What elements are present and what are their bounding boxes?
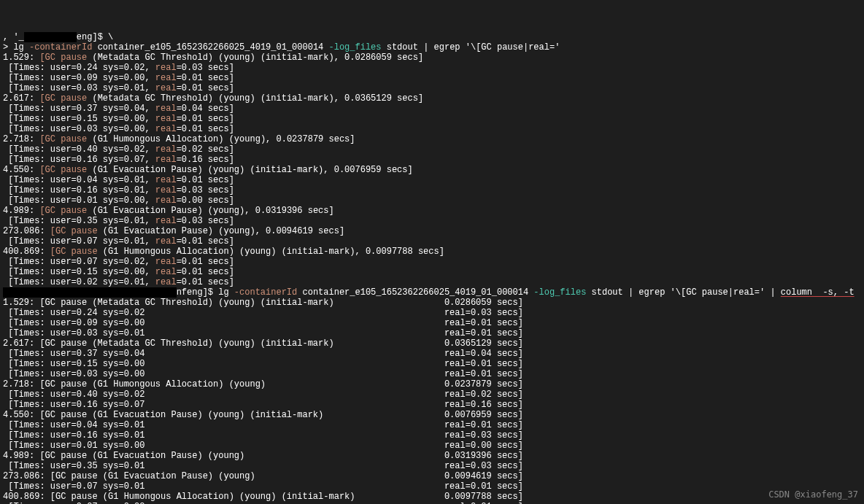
watermark: CSDN @xiaofeng_37: [768, 489, 858, 500]
gc-times-line: [Times: user=0.15 sys=0.00 real=0.01 sec…: [3, 359, 861, 369]
gc-pause-line: 400.869: [GC pause (G1 Humongous Allocat…: [3, 492, 861, 502]
gc-times-line: [Times: user=0.40 sys=0.02 real=0.02 sec…: [3, 389, 861, 400]
gc-pause-line: 4.550: [GC pause (G1 Evacuation Pause) (…: [3, 410, 861, 420]
command-line[interactable]: > lg -containerId container_e105_1652362…: [3, 42, 861, 53]
gc-times-line: [Times: user=0.04 sys=0.01 real=0.01 sec…: [3, 420, 861, 430]
prompt-line[interactable]: , '_ eng]$ \: [3, 32, 861, 42]
gc-times-line: [Times: user=0.02 sys=0.01, real=0.01 se…: [3, 277, 861, 287]
gc-times-line: [Times: user=0.15 sys=0.00, real=0.01 se…: [3, 267, 861, 277]
gc-times-line: [Times: user=0.16 sys=0.01 real=0.03 sec…: [3, 430, 861, 441]
gc-pause-line: 4.550: [GC pause (G1 Evacuation Pause) (…: [3, 165, 861, 175]
command-line[interactable]: nfeng]$ lg -containerId container_e105_1…: [3, 287, 861, 298]
gc-times-line: [Times: user=0.24 sys=0.02, real=0.03 se…: [3, 63, 861, 73]
terminal-output[interactable]: , '_ eng]$ \> lg -containerId container_…: [0, 31, 864, 504]
gc-times-line: [Times: user=0.16 sys=0.07, real=0.16 se…: [3, 155, 861, 165]
gc-times-line: [Times: user=0.37 sys=0.04, real=0.04 se…: [3, 104, 861, 114]
gc-times-line: [Times: user=0.07 sys=0.01, real=0.01 se…: [3, 236, 861, 247]
gc-pause-line: 273.086: [GC pause (G1 Evacuation Pause)…: [3, 226, 861, 236]
gc-times-line: [Times: user=0.09 sys=0.00 real=0.01 sec…: [3, 318, 861, 328]
gc-pause-line: 273.086: [GC pause (G1 Evacuation Pause)…: [3, 471, 861, 481]
redacted-host: [3, 287, 177, 298]
gc-times-line: [Times: user=0.03 sys=0.00, real=0.01 se…: [3, 124, 861, 134]
gc-times-line: [Times: user=0.37 sys=0.04 real=0.04 sec…: [3, 349, 861, 359]
gc-times-line: [Times: user=0.04 sys=0.01, real=0.01 se…: [3, 175, 861, 185]
gc-times-line: [Times: user=0.35 sys=0.01, real=0.03 se…: [3, 216, 861, 226]
gc-times-line: [Times: user=0.40 sys=0.02, real=0.02 se…: [3, 144, 861, 155]
gc-times-line: [Times: user=0.03 sys=0.01, real=0.01 se…: [3, 83, 861, 93]
gc-times-line: [Times: user=0.24 sys=0.02 real=0.03 sec…: [3, 308, 861, 318]
gc-pause-line: 2.617: [GC pause (Metadata GC Threshold)…: [3, 338, 861, 349]
gc-pause-line: 2.617: [GC pause (Metadata GC Threshold)…: [3, 93, 861, 104]
redacted-host: [24, 32, 77, 42]
gc-pause-line: 2.718: [GC pause (G1 Humongous Allocatio…: [3, 379, 861, 389]
gc-pause-line: 4.989: [GC pause (G1 Evacuation Pause) (…: [3, 451, 861, 461]
gc-times-line: [Times: user=0.03 sys=0.01 real=0.01 sec…: [3, 328, 861, 338]
gc-times-line: [Times: user=0.15 sys=0.00, real=0.01 se…: [3, 114, 861, 124]
gc-times-line: [Times: user=0.07 sys=0.01 real=0.01 sec…: [3, 481, 861, 492]
gc-times-line: [Times: user=0.01 sys=0.00 real=0.00 sec…: [3, 441, 861, 451]
gc-times-line: [Times: user=0.35 sys=0.01 real=0.03 sec…: [3, 461, 861, 471]
gc-pause-line: 400.869: [GC pause (G1 Humongous Allocat…: [3, 247, 861, 257]
gc-pause-line: 1.529: [GC pause (Metadata GC Threshold)…: [3, 53, 861, 63]
gc-pause-line: 2.718: [GC pause (G1 Humongous Allocatio…: [3, 134, 861, 144]
gc-times-line: [Times: user=0.07 sys=0.02, real=0.01 se…: [3, 257, 861, 267]
gc-times-line: [Times: user=0.09 sys=0.00, real=0.01 se…: [3, 73, 861, 83]
gc-times-line: [Times: user=0.16 sys=0.07 real=0.16 sec…: [3, 400, 861, 410]
gc-times-line: [Times: user=0.16 sys=0.01, real=0.03 se…: [3, 185, 861, 195]
gc-pause-line: 1.529: [GC pause (Metadata GC Threshold)…: [3, 298, 861, 308]
gc-times-line: [Times: user=0.01 sys=0.00, real=0.00 se…: [3, 195, 861, 206]
gc-times-line: [Times: user=0.03 sys=0.00 real=0.01 sec…: [3, 369, 861, 379]
gc-pause-line: 4.989: [GC pause (G1 Evacuation Pause) (…: [3, 206, 861, 216]
